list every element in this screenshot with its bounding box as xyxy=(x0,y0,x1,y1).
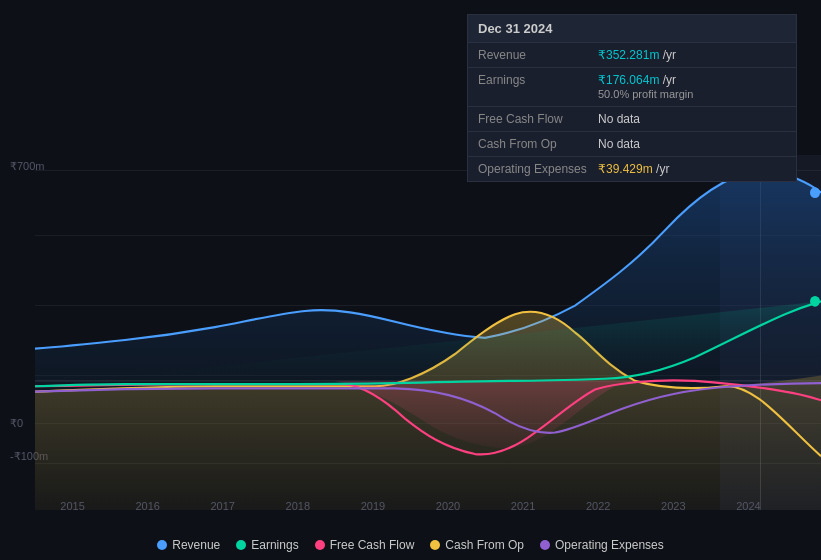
fcf-label: Free Cash Flow xyxy=(478,112,598,126)
legend-dot-cashop xyxy=(430,540,440,550)
svg-point-1 xyxy=(810,187,820,198)
legend-label-opex: Operating Expenses xyxy=(555,538,664,552)
x-label-2019: 2019 xyxy=(361,500,385,512)
legend-label-earnings: Earnings xyxy=(251,538,298,552)
cashop-value: No data xyxy=(598,137,786,151)
legend-label-fcf: Free Cash Flow xyxy=(330,538,415,552)
legend-revenue[interactable]: Revenue xyxy=(157,538,220,552)
x-label-2017: 2017 xyxy=(210,500,234,512)
chart-legend: Revenue Earnings Free Cash Flow Cash Fro… xyxy=(0,538,821,552)
svg-point-2 xyxy=(810,296,820,307)
fcf-value: No data xyxy=(598,112,786,126)
chart-area[interactable]: ₹700m ₹0 -₹100m xyxy=(0,155,821,510)
earnings-label: Earnings xyxy=(478,73,598,87)
x-label-2020: 2020 xyxy=(436,500,460,512)
x-label-2015: 2015 xyxy=(60,500,84,512)
legend-cashop[interactable]: Cash From Op xyxy=(430,538,524,552)
legend-dot-opex xyxy=(540,540,550,550)
cashop-label: Cash From Op xyxy=(478,137,598,151)
info-tooltip: Dec 31 2024 Revenue ₹352.281m /yr Earnin… xyxy=(467,14,797,182)
y-label-0: ₹0 xyxy=(10,417,23,430)
x-label-2024: 2024 xyxy=(736,500,760,512)
opex-label: Operating Expenses xyxy=(478,162,598,176)
legend-label-cashop: Cash From Op xyxy=(445,538,524,552)
x-label-2022: 2022 xyxy=(586,500,610,512)
tooltip-date: Dec 31 2024 xyxy=(468,15,796,42)
x-label-2016: 2016 xyxy=(135,500,159,512)
x-axis: 2015 2016 2017 2018 2019 2020 2021 2022 … xyxy=(0,500,821,512)
legend-dot-fcf xyxy=(315,540,325,550)
revenue-label: Revenue xyxy=(478,48,598,62)
legend-earnings[interactable]: Earnings xyxy=(236,538,298,552)
revenue-value: ₹352.281m /yr xyxy=(598,48,786,62)
legend-dot-earnings xyxy=(236,540,246,550)
earnings-value: ₹176.064m /yr 50.0% profit margin xyxy=(598,73,786,101)
opex-value: ₹39.429m /yr xyxy=(598,162,786,176)
legend-dot-revenue xyxy=(157,540,167,550)
revenue-row: Revenue ₹352.281m /yr xyxy=(468,42,796,67)
earnings-row: Earnings ₹176.064m /yr 50.0% profit marg… xyxy=(468,67,796,106)
opex-row: Operating Expenses ₹39.429m /yr xyxy=(468,156,796,181)
main-chart-svg[interactable] xyxy=(35,155,821,510)
legend-fcf[interactable]: Free Cash Flow xyxy=(315,538,415,552)
x-label-2023: 2023 xyxy=(661,500,685,512)
legend-opex[interactable]: Operating Expenses xyxy=(540,538,664,552)
legend-label-revenue: Revenue xyxy=(172,538,220,552)
cashop-row: Cash From Op No data xyxy=(468,131,796,156)
fcf-row: Free Cash Flow No data xyxy=(468,106,796,131)
x-label-2021: 2021 xyxy=(511,500,535,512)
x-label-2018: 2018 xyxy=(286,500,310,512)
